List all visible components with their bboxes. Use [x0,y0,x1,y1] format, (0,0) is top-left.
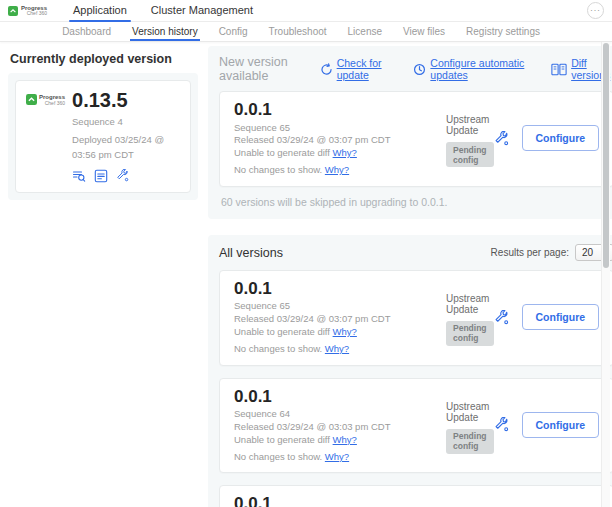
app-logo: Progress Chef 360 [8,5,47,16]
changes-status-text: No changes to show. [234,164,322,175]
nav-version-history[interactable]: Version history [132,22,198,41]
version-status: Upstream Update Pending config [446,100,494,167]
nav-dashboard[interactable]: Dashboard [62,22,111,41]
version-number: 0.0.1 [234,100,446,120]
diff-why-link[interactable]: Why? [333,147,357,158]
deployed-heading: Currently deployed version [8,46,198,73]
changes-status-text: No changes to show. [234,451,322,462]
changes-why-link[interactable]: Why? [325,343,349,354]
version-status: Upstream Update Pending config [446,279,494,346]
new-version-heading: New version available [219,55,320,83]
logo-line2: Chef 360 [21,11,47,16]
changes-why-link[interactable]: Why? [325,451,349,462]
deployed-sequence: Sequence 4 [72,115,180,129]
deployed-version-number: 0.13.5 [72,90,180,111]
deployed-actions [72,169,180,183]
logo-text: Progress Chef 360 [39,94,65,106]
topbar: Progress Chef 360 Application Cluster Ma… [0,0,612,22]
deployed-version-column: Currently deployed version Progress Chef… [8,46,198,507]
all-versions-section: All versions Results per page: 20 0.0.1 … [208,235,612,507]
version-released: Released 03/29/24 @ 03:07 pm CDT [234,134,446,147]
new-version-section: New version available Check for update [208,46,612,219]
version-actions: Configure [494,304,600,330]
diff-status-line: Unable to generate diff Why? [234,326,446,339]
version-row: 0.0.1 Sequence 65 Released 03/29/24 @ 03… [219,270,612,366]
changes-status-line: No changes to show. Why? [234,451,446,464]
secondary-nav: Dashboard Version history Config Trouble… [0,22,612,42]
diff-why-link[interactable]: Why? [333,434,357,445]
refresh-icon [320,63,333,76]
content-area: Currently deployed version Progress Chef… [0,42,612,507]
diff-status-text: Unable to generate diff [234,434,330,445]
changes-status-text: No changes to show. [234,343,322,354]
version-actions: Check for update Configure automatic upd… [320,57,612,81]
tab-application[interactable]: Application [61,0,139,22]
edit-config-wrench-icon[interactable] [494,131,509,146]
pending-config-badge: Pending config [446,321,494,346]
view-config-icon[interactable] [94,169,108,183]
edit-config-wrench-icon[interactable] [494,310,509,325]
logo-text: Progress Chef 360 [21,5,47,16]
version-row: 0.0.1 Sequence 63 Released 03/29/24 @ 02… [219,485,612,507]
nav-config[interactable]: Config [219,22,248,41]
diff-why-link[interactable]: Why? [333,326,357,337]
version-source: Upstream Update [446,401,494,423]
nav-license[interactable]: License [348,22,382,41]
clock-icon [413,63,426,76]
version-status: Upstream Update Pending config [446,494,494,507]
configure-automatic-updates-link[interactable]: Configure automatic updates [413,57,536,81]
version-history-main: New version available Check for update [208,46,612,507]
version-number: 0.0.1 [234,494,446,507]
configure-button[interactable]: Configure [522,125,600,151]
new-version-card-host: 0.0.1 Sequence 65 Released 03/29/24 @ 03… [219,91,612,187]
diff-status-text: Unable to generate diff [234,326,330,337]
diff-status-line: Unable to generate diff Why? [234,147,446,160]
version-row: 0.0.1 Sequence 65 Released 03/29/24 @ 03… [219,91,612,187]
results-per-page: Results per page: 20 [491,244,612,261]
version-actions: Configure [494,412,600,438]
version-status: Upstream Update Pending config [446,387,494,454]
deployed-date: Deployed 03/25/24 @ 03:56 pm CDT [72,133,180,162]
results-per-page-value: 20 [582,247,593,258]
configure-button[interactable]: Configure [522,412,600,438]
version-info: 0.0.1 Sequence 65 Released 03/29/24 @ 03… [234,100,446,177]
nav-view-files[interactable]: View files [403,22,445,41]
version-released: Released 03/29/24 @ 03:07 pm CDT [234,313,446,326]
vertical-scrollbar[interactable] [601,42,610,507]
overflow-menu-button[interactable]: ... [587,2,604,19]
deployed-details: 0.13.5 Sequence 4 Deployed 03/25/24 @ 03… [72,90,180,183]
skip-note: 60 versions will be skipped in upgrading… [219,196,612,208]
version-info: 0.0.1 Sequence 64 Released 03/29/24 @ 03… [234,387,446,464]
scrollbar-thumb[interactable] [603,43,609,268]
tab-cluster-management[interactable]: Cluster Management [139,0,265,22]
version-sequence: Sequence 65 [234,122,446,135]
diff-status-text: Unable to generate diff [234,147,330,158]
nav-troubleshoot[interactable]: Troubleshoot [269,22,327,41]
changes-why-link[interactable]: Why? [325,164,349,175]
check-for-update-link[interactable]: Check for update [320,57,399,81]
version-source: Upstream Update [446,114,494,136]
progress-chef-logo-icon [26,94,37,105]
deployed-version-card: Progress Chef 360 0.13.5 Sequence 4 Depl… [15,80,191,193]
version-sequence: Sequence 64 [234,408,446,421]
edit-config-wrench-icon[interactable] [494,417,509,432]
ellipsis-icon: ... [590,4,601,13]
nav-registry-settings[interactable]: Registry settings [466,22,540,41]
version-row: 0.0.1 Sequence 64 Released 03/29/24 @ 03… [219,378,612,474]
deployed-app-logo: Progress Chef 360 [26,90,65,183]
pending-config-badge: Pending config [446,142,494,167]
version-number: 0.0.1 [234,279,446,299]
version-actions: Configure [494,125,600,151]
troubleshoot-wrench-icon[interactable] [116,169,129,182]
release-notes-icon[interactable] [72,169,86,183]
deployed-panel: Progress Chef 360 0.13.5 Sequence 4 Depl… [8,73,198,200]
version-info: 0.0.1 Sequence 63 Released 03/29/24 @ 02… [234,494,446,507]
all-versions-rows: 0.0.1 Sequence 65 Released 03/29/24 @ 03… [219,270,612,507]
configure-button[interactable]: Configure [522,304,600,330]
progress-chef-logo-icon [8,6,18,16]
changes-status-line: No changes to show. Why? [234,164,446,177]
version-released: Released 03/29/24 @ 03:03 pm CDT [234,421,446,434]
version-number: 0.0.1 [234,387,446,407]
version-info: 0.0.1 Sequence 65 Released 03/29/24 @ 03… [234,279,446,356]
logo-line2: Chef 360 [39,101,65,107]
